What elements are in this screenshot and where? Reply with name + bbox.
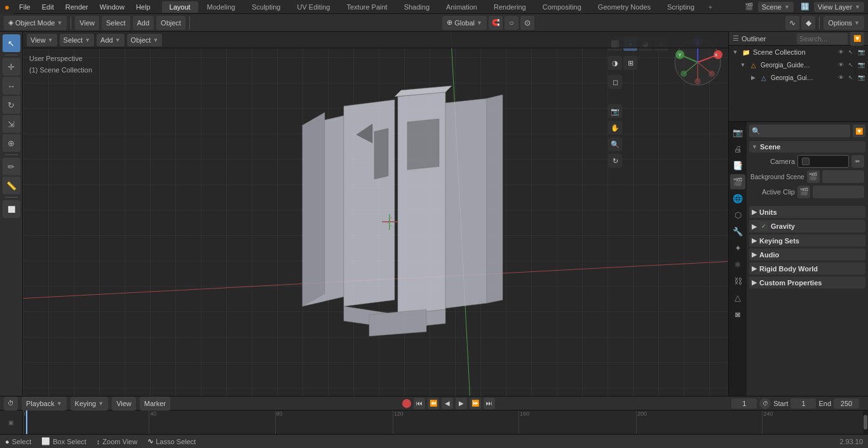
record-btn[interactable] [402,399,411,408]
scene-selector[interactable]: Scene ▼ [758,2,794,12]
keying-btn[interactable]: Keying ▼ [71,397,109,411]
animate-btn[interactable]: ◆ [801,16,815,30]
playback-btn[interactable]: Playback ▼ [22,397,67,411]
vp-add-btn[interactable]: Add ▼ [97,34,125,46]
gravity-toggle[interactable]: ✓ [759,222,768,231]
prev-frame-btn[interactable]: ⏪ [428,398,439,409]
snap-btn[interactable]: 🧲 [489,16,503,30]
menu-edit[interactable]: Edit [37,2,59,12]
scene-collection-expand[interactable]: ▼ [731,48,739,56]
props-tab-particles[interactable]: ✦ [730,240,745,255]
item-1-render[interactable]: 📷 [857,73,865,82]
transform-tool[interactable]: ⊕ [3,134,20,152]
camera-edit-btn[interactable]: ✏ [851,155,864,168]
move-tool[interactable]: ↔ [3,77,20,95]
audio-section[interactable]: ▶ Audio [749,248,865,261]
start-frame-field[interactable]: 1 [790,398,816,409]
curve-btn[interactable]: ∿ [785,16,799,30]
timeline-scrollbar[interactable] [863,411,868,434]
annotate-tool[interactable]: ✏ [3,158,20,175]
viewport-move-btn[interactable]: ✋ [608,121,622,135]
tab-texture-paint[interactable]: Texture Paint [339,1,395,13]
viewport-rotate-btn[interactable]: ↻ [608,154,622,168]
tab-layout[interactable]: Layout [162,1,198,13]
vp-select-btn[interactable]: Select ▼ [60,34,95,46]
props-tab-object[interactable]: ⬡ [730,207,745,222]
select-menu[interactable]: Select [102,16,130,30]
object-menu[interactable]: Object [156,16,186,30]
item-1-expand[interactable]: ▶ [749,74,757,81]
timeline-type-btn[interactable]: ⏱ [4,397,18,411]
tab-rendering[interactable]: Rendering [486,1,534,13]
outliner-search[interactable] [797,33,848,44]
tab-uv-editing[interactable]: UV Editing [289,1,337,13]
item-0-select[interactable]: ↖ [846,60,855,69]
active-clip-value[interactable] [813,186,864,198]
viewport-zoom-btn[interactable]: 🔍 [608,137,622,151]
props-tab-data[interactable]: △ [730,290,745,305]
background-scene-icon[interactable]: 🎬 [807,170,820,183]
keying-sets-section[interactable]: ▶ Keying Sets [749,234,865,247]
menu-file[interactable]: File [14,2,36,12]
props-tab-render[interactable]: 📷 [730,125,745,140]
proportional-edit-btn[interactable]: ○ [505,16,519,30]
view-layer-selector[interactable]: View Layer ▼ [814,2,864,12]
scene-icon[interactable]: 🎬 [743,1,756,13]
measure-tool[interactable]: 📏 [3,177,20,194]
props-tab-scene[interactable]: 🎬 [730,174,745,189]
outliner-item-1[interactable]: ▶ △ Georgia_Guidestones_Mc 👁 ↖ 📷 [747,71,868,84]
viewport[interactable]: View ▼ Select ▼ Add ▼ Object ▼ User Pers… [23,32,728,396]
outliner-scene-collection[interactable]: ▼ 📁 Scene Collection 👁 ↖ 📷 [729,46,868,58]
props-search-input[interactable] [749,125,850,137]
view-timeline-btn[interactable]: View [112,397,136,411]
marker-btn[interactable]: Marker [140,397,170,411]
transform-selector[interactable]: ⊕ Global ▼ [442,16,487,30]
vp-view-btn[interactable]: View ▼ [27,34,57,46]
jump-start-btn[interactable]: ⏮ [414,398,425,409]
jump-end-btn[interactable]: ⏭ [484,398,495,409]
selectability-btn[interactable]: ↖ [846,48,855,57]
background-scene-value[interactable] [822,170,864,183]
menu-help[interactable]: Help [131,2,156,12]
add-cube-tool[interactable]: ⬜ [3,200,20,218]
units-section[interactable]: ▶ Units [749,206,865,218]
play-reverse-btn[interactable]: ◀ [442,398,453,409]
tab-modeling[interactable]: Modeling [200,1,243,13]
props-tab-constraints[interactable]: ⛓ [730,273,745,288]
timeline-playhead[interactable] [26,411,27,434]
props-tab-view-layer[interactable]: 📑 [730,158,745,173]
select-tool[interactable]: ↖ [3,34,20,52]
viewlayer-icon[interactable]: 🔢 [799,1,811,13]
menu-render[interactable]: Render [60,2,93,12]
options-btn[interactable]: Options ▼ [824,16,864,30]
xray-btn[interactable]: ◻ [608,75,622,89]
tab-geometry-nodes[interactable]: Geometry Nodes [590,1,658,13]
pivot-point-btn[interactable]: ⊙ [520,16,534,30]
add-menu[interactable]: Add [133,16,154,30]
view-menu[interactable]: View [75,16,99,30]
props-tab-output[interactable]: 🖨 [730,141,745,156]
props-tab-physics[interactable]: ⚛ [730,257,745,272]
item-0-visibility[interactable]: 👁 [836,60,845,69]
overlays-btn[interactable]: ⊞ [623,56,637,70]
tab-shading[interactable]: Shading [397,1,437,13]
tab-sculpting[interactable]: Sculpting [244,1,288,13]
visibility-btn[interactable]: 👁 [836,48,845,57]
camera-value[interactable] [797,155,849,168]
scale-tool[interactable]: ⇲ [3,115,20,133]
props-tab-modifier[interactable]: 🔧 [730,224,745,239]
tab-animation[interactable]: Animation [438,1,485,13]
custom-props-section[interactable]: ▶ Custom Properties [749,276,865,288]
menu-window[interactable]: Window [95,2,130,12]
add-workspace-tab[interactable]: + [703,1,717,13]
outliner-filter-btn[interactable]: 🔽 [850,32,864,46]
render-visibility-btn[interactable]: 📷 [857,48,865,57]
next-frame-btn[interactable]: ⏩ [470,398,481,409]
tab-scripting[interactable]: Scripting [660,1,702,13]
current-frame-field[interactable]: 1 [731,398,757,409]
props-tab-material[interactable]: ◙ [730,306,745,322]
timeline-scrollbar-thumb[interactable] [864,415,867,429]
viewport-shading-btn[interactable]: ◑ [608,56,622,70]
scene-section-header[interactable]: ▼ Scene [749,141,865,153]
rotate-tool[interactable]: ↻ [3,96,20,114]
